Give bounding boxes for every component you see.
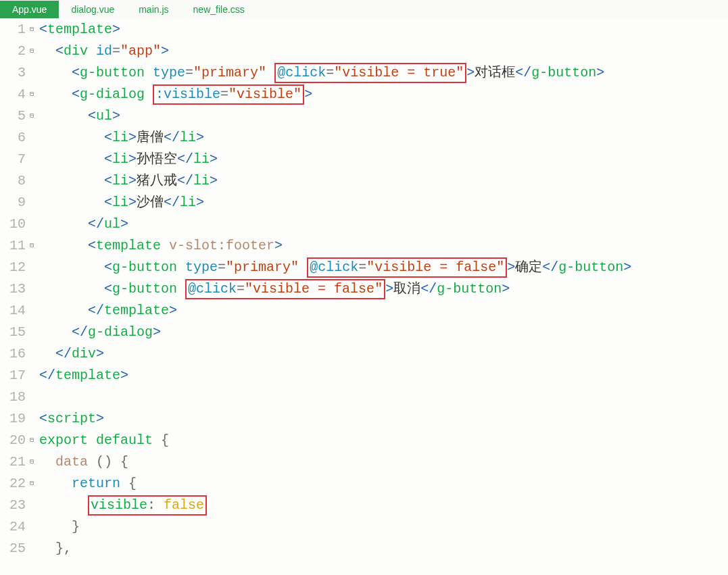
- tab-new-file-css[interactable]: new_file.css: [181, 1, 257, 18]
- code-line[interactable]: <div id="app">: [39, 41, 728, 62]
- highlight-box: :visible="visible": [153, 84, 304, 105]
- fold-icon[interactable]: [27, 545, 34, 552]
- code-line[interactable]: <g-button type="primary" @click="visible…: [39, 257, 728, 278]
- code-line[interactable]: export default {: [39, 430, 728, 451]
- line-number: 20⊟: [0, 430, 26, 451]
- fold-icon[interactable]: [27, 307, 34, 314]
- code-line[interactable]: <g-button type="primary" @click="visible…: [39, 62, 728, 84]
- fold-icon[interactable]: ⊟: [27, 48, 34, 55]
- line-number: 4⊟: [0, 84, 26, 105]
- code-line[interactable]: <li>沙僧</li>: [39, 192, 728, 214]
- fold-icon[interactable]: ⊟: [27, 243, 34, 249]
- code-line[interactable]: </div>: [39, 343, 728, 365]
- fold-icon[interactable]: [27, 502, 34, 509]
- line-number: 15: [0, 322, 26, 343]
- fold-icon[interactable]: [27, 416, 34, 422]
- line-number: 12: [0, 257, 26, 278]
- highlight-box: visible: false: [88, 495, 207, 516]
- line-number: 3: [0, 62, 26, 84]
- line-number: 8: [0, 170, 26, 192]
- fold-icon[interactable]: ⊟: [27, 437, 34, 444]
- code-line[interactable]: <li>唐僧</li>: [39, 127, 728, 149]
- fold-icon[interactable]: ⊟: [27, 459, 34, 466]
- tab-bar: App.vue dialog.vue main.js new_file.css: [0, 0, 728, 19]
- fold-icon[interactable]: [27, 134, 34, 141]
- line-number: 1⊟: [0, 19, 26, 41]
- tab-dialog-vue[interactable]: dialog.vue: [59, 1, 126, 18]
- fold-icon[interactable]: [27, 372, 34, 379]
- fold-icon[interactable]: [27, 264, 34, 271]
- code-line[interactable]: </ul>: [39, 214, 728, 235]
- line-number: 23: [0, 495, 26, 516]
- line-number: 2⊟: [0, 41, 26, 62]
- fold-icon[interactable]: [27, 286, 34, 293]
- fold-icon[interactable]: [27, 199, 34, 206]
- line-number: 24: [0, 516, 26, 538]
- tab-app-vue[interactable]: App.vue: [0, 1, 59, 18]
- code-line[interactable]: </template>: [39, 365, 728, 386]
- line-number: 6: [0, 127, 26, 149]
- code-line[interactable]: data () {: [39, 451, 728, 473]
- highlight-box: @click="visible = false": [185, 279, 385, 299]
- fold-icon[interactable]: ⊟: [27, 113, 34, 120]
- line-number: 14: [0, 300, 26, 322]
- fold-icon[interactable]: [27, 156, 34, 163]
- fold-icon[interactable]: ⊟: [27, 26, 34, 33]
- fold-icon[interactable]: [27, 178, 34, 184]
- code-line[interactable]: }: [39, 516, 728, 538]
- code-line[interactable]: visible: false: [39, 495, 728, 516]
- fold-icon[interactable]: ⊟: [27, 91, 34, 98]
- fold-icon[interactable]: [27, 221, 34, 228]
- code-line[interactable]: <g-button @click="visible = false">取消</g…: [39, 278, 728, 300]
- line-number: 10: [0, 214, 26, 235]
- code-line[interactable]: <li>猪八戒</li>: [39, 170, 728, 192]
- code-line[interactable]: <template v-slot:footer>: [39, 235, 728, 257]
- code-line[interactable]: [39, 386, 728, 408]
- code-line[interactable]: <ul>: [39, 105, 728, 127]
- fold-icon[interactable]: [27, 524, 34, 530]
- line-number: 9: [0, 192, 26, 214]
- line-number: 11⊟: [0, 235, 26, 257]
- line-number: 5⊟: [0, 105, 26, 127]
- tab-main-js[interactable]: main.js: [126, 1, 180, 18]
- line-number: 19: [0, 408, 26, 430]
- highlight-box: @click="visible = true": [274, 63, 466, 83]
- code-line[interactable]: <g-dialog :visible="visible">: [39, 84, 728, 105]
- line-number: 21⊟: [0, 451, 26, 473]
- fold-icon[interactable]: [27, 70, 34, 76]
- line-number: 16: [0, 343, 26, 365]
- code-line[interactable]: <script>: [39, 408, 728, 430]
- line-number: 25: [0, 538, 26, 559]
- line-number: 17: [0, 365, 26, 386]
- fold-icon[interactable]: [27, 351, 34, 357]
- line-number: 7: [0, 149, 26, 170]
- line-number: 22⊟: [0, 473, 26, 495]
- fold-icon[interactable]: [27, 329, 34, 336]
- fold-icon[interactable]: ⊟: [27, 480, 34, 487]
- code-line[interactable]: <li>孙悟空</li>: [39, 149, 728, 170]
- code-line[interactable]: </template>: [39, 300, 728, 322]
- line-number: 13: [0, 278, 26, 300]
- editor: 1⊟ 2⊟ 3 4⊟ 5⊟ 6 7 8 9 10 11⊟ 12 13 14 15…: [0, 19, 728, 575]
- code-line[interactable]: return {: [39, 473, 728, 495]
- code-line[interactable]: <template>: [39, 19, 728, 41]
- code-area[interactable]: <template> <div id="app"> <g-button type…: [27, 19, 728, 575]
- highlight-box: @click="visible = false": [307, 257, 507, 278]
- code-line[interactable]: },: [39, 538, 728, 559]
- code-line[interactable]: </g-dialog>: [39, 322, 728, 343]
- gutter: 1⊟ 2⊟ 3 4⊟ 5⊟ 6 7 8 9 10 11⊟ 12 13 14 15…: [0, 19, 27, 575]
- line-number: 18: [0, 386, 26, 408]
- fold-icon[interactable]: [27, 394, 34, 401]
